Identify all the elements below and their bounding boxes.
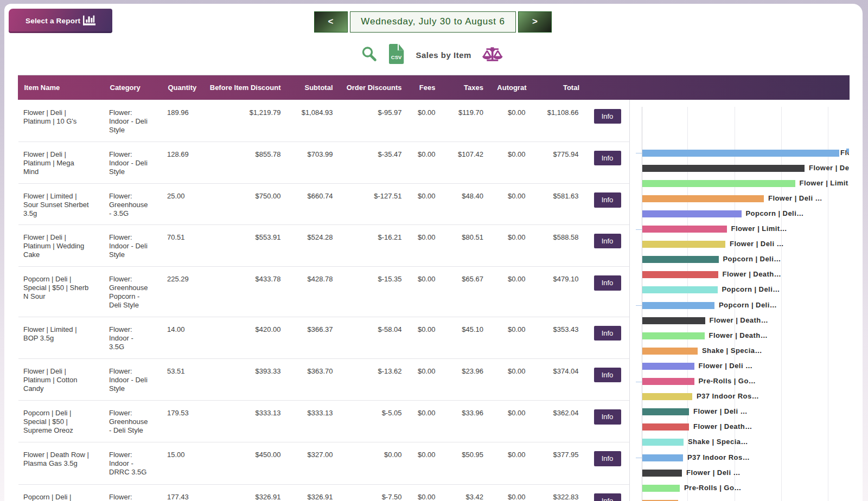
svg-text:CSV: CSV	[391, 54, 401, 60]
